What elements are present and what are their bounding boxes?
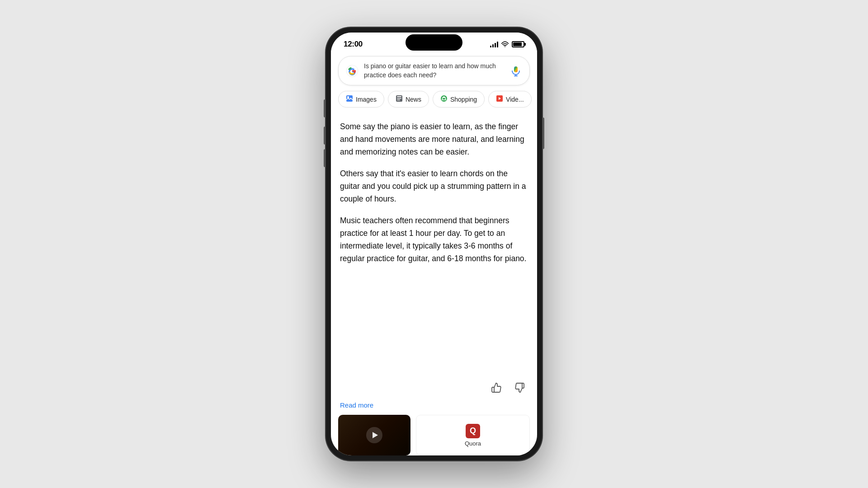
shopping-tab-icon	[440, 95, 448, 103]
ai-paragraph-2: Others say that it's easier to learn cho…	[340, 167, 528, 205]
svg-point-0	[505, 46, 505, 47]
ai-answer-text: Some say the piano is easier to learn, a…	[340, 120, 528, 265]
microphone-icon[interactable]	[509, 65, 522, 77]
ai-paragraph-3: Music teachers often recommend that begi…	[340, 214, 528, 265]
quora-icon: Q	[466, 424, 480, 438]
tab-videos[interactable]: Vide...	[488, 91, 531, 108]
tab-shopping[interactable]: Shopping	[433, 91, 485, 108]
svg-rect-8	[397, 96, 401, 97]
status-time: 12:00	[344, 40, 363, 49]
tab-images[interactable]: Images	[338, 91, 384, 108]
filter-tabs: Images News Shopping Vide...	[331, 91, 537, 113]
feedback-row	[331, 374, 537, 399]
dynamic-island	[406, 34, 462, 51]
wifi-icon	[501, 41, 509, 47]
quora-card[interactable]: Q Quora	[416, 415, 530, 455]
search-bar[interactable]: Is piano or guitar easier to learn and h…	[338, 56, 530, 85]
google-logo	[346, 65, 359, 77]
thumbs-down-button[interactable]	[512, 380, 528, 396]
read-more-row: Read more	[331, 399, 537, 415]
images-tab-label: Images	[356, 96, 377, 103]
news-tab-icon	[396, 95, 403, 103]
svg-rect-9	[397, 98, 401, 99]
tab-news[interactable]: News	[388, 91, 429, 108]
ai-paragraph-1: Some say the piano is easier to learn, a…	[340, 120, 528, 158]
shopping-tab-label: Shopping	[450, 96, 477, 103]
quora-label: Quora	[465, 440, 481, 447]
status-icons	[490, 41, 524, 47]
news-tab-label: News	[406, 96, 421, 103]
ai-answer-content: Some say the piano is easier to learn, a…	[331, 113, 537, 374]
svg-rect-10	[397, 100, 400, 101]
bottom-cards: Q Quora	[331, 415, 537, 455]
thumbs-up-button[interactable]	[488, 380, 505, 396]
read-more-link[interactable]: Read more	[340, 401, 373, 409]
videos-tab-icon	[496, 95, 503, 103]
svg-point-11	[441, 95, 447, 102]
videos-tab-label: Vide...	[506, 96, 524, 103]
svg-rect-2	[514, 66, 518, 72]
images-tab-icon	[346, 95, 353, 103]
signal-icon	[490, 41, 498, 47]
phone-frame: 12:00	[326, 27, 542, 461]
phone-screen: 12:00	[331, 33, 537, 455]
battery-icon	[512, 41, 524, 47]
search-query-text: Is piano or guitar easier to learn and h…	[364, 62, 504, 80]
video-card[interactable]	[338, 415, 410, 455]
video-thumbnail	[338, 415, 410, 455]
